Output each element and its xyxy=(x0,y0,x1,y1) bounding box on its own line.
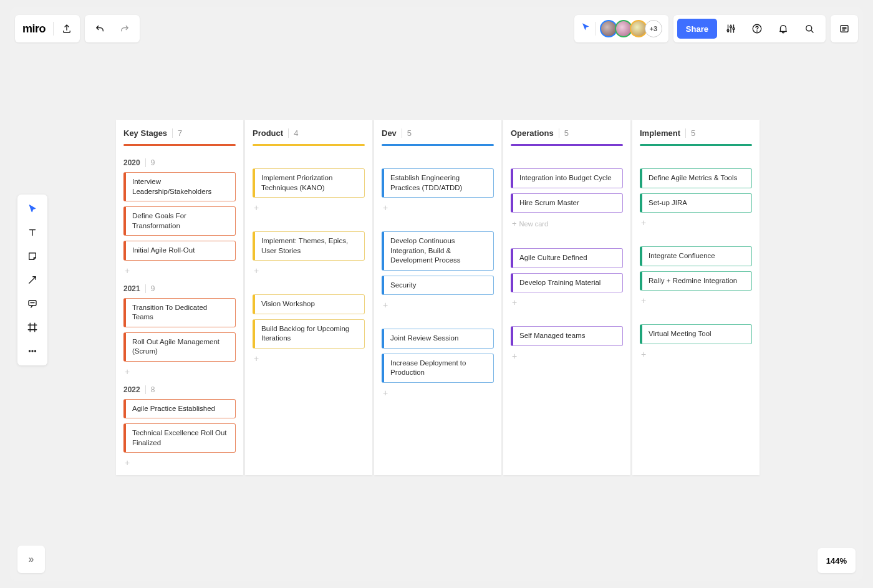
kanban-card[interactable]: Self Managed teams xyxy=(511,326,623,346)
add-card-button[interactable]: + xyxy=(123,458,236,468)
sliders-icon xyxy=(725,23,736,34)
add-card-button[interactable]: + xyxy=(511,351,623,361)
kanban-card[interactable]: Develop Training Material xyxy=(511,273,623,293)
swimlane-count: 8 xyxy=(145,385,155,394)
column-count: 5 xyxy=(559,128,569,138)
kanban-card[interactable]: Define Goals For Transformation xyxy=(123,206,236,236)
frame-tool[interactable] xyxy=(17,316,47,339)
swimlane-spacer xyxy=(253,276,365,294)
add-card-button[interactable]: + xyxy=(253,354,365,364)
kanban-card[interactable]: Interview Leadership/Stakeholders xyxy=(123,172,236,201)
undo-button[interactable] xyxy=(87,15,112,42)
divider xyxy=(596,22,596,36)
search-button[interactable] xyxy=(797,15,822,42)
kanban-card[interactable]: Agile Culture Defined xyxy=(511,248,623,268)
add-card-button[interactable]: + xyxy=(640,296,752,306)
swimlane-header[interactable]: 20219 xyxy=(123,284,236,293)
column-count: 5 xyxy=(685,128,695,138)
column-implement: Implement5Define Agile Metrics & ToolsSe… xyxy=(632,120,760,475)
swimlane-count: 9 xyxy=(145,158,155,167)
svg-point-5 xyxy=(806,26,812,31)
kanban-card[interactable]: Initial Agile Roll-Out xyxy=(123,241,236,261)
add-card-button[interactable]: + xyxy=(511,297,623,307)
add-card-button[interactable]: + xyxy=(640,218,752,228)
undo-icon xyxy=(94,23,105,34)
add-card-button[interactable]: + xyxy=(123,367,236,377)
share-button[interactable]: Share xyxy=(677,19,717,39)
frame-icon xyxy=(27,322,38,333)
kanban-card[interactable]: Agile Practice Established xyxy=(123,399,236,419)
kanban-card[interactable]: Implement Priorization Techniques (KANO) xyxy=(253,168,365,198)
sticky-tool[interactable] xyxy=(17,244,47,268)
add-card-button[interactable]: + xyxy=(382,388,494,398)
kanban-card[interactable]: Set-up JIRA xyxy=(640,193,752,213)
cursor-icon xyxy=(27,203,38,214)
side-panel-button[interactable] xyxy=(831,15,858,42)
kanban-card[interactable]: Integrate Confluence xyxy=(640,246,752,266)
kanban-card[interactable]: Technical Excellence Roll Out Finalized xyxy=(123,423,236,453)
swimlane-header[interactable]: 20228 xyxy=(123,385,236,394)
kanban-card[interactable]: Security xyxy=(382,276,494,296)
text-tool[interactable] xyxy=(17,221,47,244)
comment-tool[interactable] xyxy=(17,292,47,316)
redo-button[interactable] xyxy=(112,15,137,42)
add-card-button[interactable]: + xyxy=(253,266,365,276)
kanban-card[interactable]: Transition To Dedicated Teams xyxy=(123,298,236,327)
kanban-card[interactable]: Establish Engineering Practices (TDD/ATD… xyxy=(382,168,494,198)
expand-toolbar-button[interactable]: » xyxy=(17,546,45,573)
swimlane-spacer xyxy=(640,306,752,324)
settings-button[interactable] xyxy=(718,15,743,42)
search-icon xyxy=(804,23,815,34)
kanban-card[interactable]: Implement: Themes, Epics, User Stories xyxy=(253,231,365,261)
swimlane-header[interactable]: 20209 xyxy=(123,158,236,167)
swimlane-count: 9 xyxy=(145,284,155,293)
kanban-card[interactable]: Define Agile Metrics & Tools xyxy=(640,168,752,188)
kanban-card[interactable]: Develop Continuous Integration, Build & … xyxy=(382,231,494,271)
kanban-card[interactable]: Rally + Redmine Integration xyxy=(640,271,752,291)
bell-icon xyxy=(778,23,789,34)
kanban-card[interactable]: Virtual Meeting Tool xyxy=(640,324,752,344)
help-button[interactable] xyxy=(745,15,769,42)
column-accent xyxy=(253,144,365,146)
add-card-button[interactable]: + xyxy=(123,266,236,276)
kanban-board: Key Stages720209Interview Leadership/Sta… xyxy=(116,120,760,475)
column-dev: Dev5Establish Engineering Practices (TDD… xyxy=(374,120,501,475)
add-card-button[interactable]: + xyxy=(382,300,494,310)
add-card-button[interactable]: + xyxy=(640,349,752,359)
kanban-card[interactable]: Roll Out Agile Management (Scrum) xyxy=(123,332,236,362)
column-count: 5 xyxy=(402,128,412,138)
column-header[interactable]: Operations5 xyxy=(503,120,630,144)
kanban-card[interactable]: Increase Deployment to Production xyxy=(382,354,494,383)
swimlane-year: 2020 xyxy=(123,158,140,167)
kanban-card[interactable]: Vision Workshop xyxy=(253,294,365,314)
arrow-tool[interactable] xyxy=(17,268,47,292)
kanban-card[interactable]: Joint Review Session xyxy=(382,329,494,349)
kanban-card[interactable]: Build Backlog for Upcoming Iterations xyxy=(253,319,365,349)
column-accent xyxy=(123,144,236,146)
column-header[interactable]: Key Stages7 xyxy=(116,120,243,144)
add-card-button[interactable]: +New card xyxy=(511,218,623,229)
more-icon xyxy=(27,345,38,357)
column-body: Integration into Budget CycleHire Scrum … xyxy=(503,150,630,369)
notifications-button[interactable] xyxy=(771,15,796,42)
swimlane-year: 2022 xyxy=(123,385,140,394)
select-tool[interactable] xyxy=(17,197,47,221)
kanban-card[interactable]: Hire Scrum Master xyxy=(511,193,623,213)
export-button[interactable] xyxy=(61,15,72,42)
panel-icon xyxy=(839,23,850,34)
more-tools[interactable] xyxy=(17,339,47,363)
kanban-card[interactable]: Integration into Budget Cycle xyxy=(511,168,623,188)
swimlane-spacer xyxy=(511,307,623,326)
comment-icon xyxy=(27,298,38,309)
column-header[interactable]: Dev5 xyxy=(374,120,501,144)
upload-icon xyxy=(61,23,72,34)
zoom-level[interactable]: 144% xyxy=(818,548,856,573)
add-card-button[interactable]: + xyxy=(382,203,494,213)
avatar-more[interactable]: +3 xyxy=(645,20,662,37)
column-header[interactable]: Product4 xyxy=(245,120,372,144)
column-header[interactable]: Implement5 xyxy=(632,120,760,144)
app-logo-chip[interactable]: miro xyxy=(15,15,80,42)
add-card-button[interactable]: + xyxy=(253,203,365,213)
redo-icon xyxy=(119,23,130,34)
swimlane-spacer xyxy=(253,150,365,168)
